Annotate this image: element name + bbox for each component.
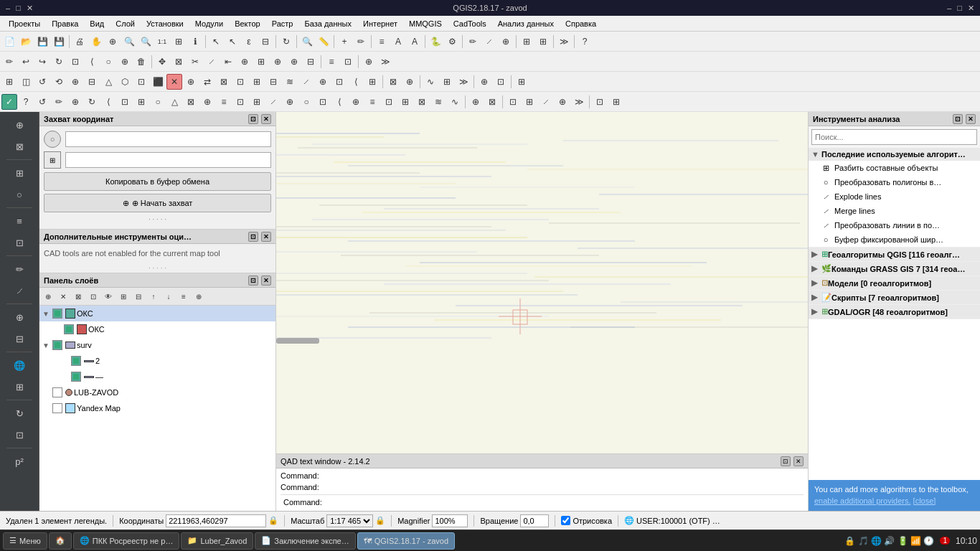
layer-check-surv-dash[interactable] (71, 372, 81, 382)
menu-analysis[interactable]: Анализ данных (492, 18, 560, 29)
panel-float-button[interactable]: ⊡ (248, 114, 258, 124)
t26-button[interactable]: ⊠ (414, 94, 430, 110)
layers-tb-7[interactable]: ⊟ (131, 289, 146, 303)
zoom-selection-button[interactable]: ⊞ (171, 34, 187, 50)
menu-edit[interactable]: Правка (46, 18, 84, 29)
pan-button[interactable]: ✋ (88, 34, 104, 50)
explode-button[interactable]: ⊞ (253, 54, 269, 70)
qad-float-button[interactable]: ⊡ (781, 456, 791, 466)
delete-button[interactable]: 🗑 (133, 54, 149, 70)
menu-internet[interactable]: Интернет (357, 18, 403, 29)
help-button[interactable]: ? (577, 34, 593, 50)
add-part-button[interactable]: ⊕ (117, 54, 133, 70)
sidebar-btn-6[interactable]: ⊡ (9, 232, 29, 253)
algo-item-explode-lines[interactable]: ⟋ Explode lines (809, 189, 980, 204)
algo-section-gdal-header[interactable]: ▶ ⊞ GDAL/OGR [48 геоалгоритмов] (809, 305, 980, 319)
layers-filter-button[interactable]: ⊡ (86, 289, 100, 303)
t17-button[interactable]: ⟋ (265, 94, 281, 110)
cad11-button[interactable]: ✕ (166, 74, 182, 90)
t34-button[interactable]: ⊕ (555, 94, 570, 110)
add-feature-button[interactable]: + (336, 34, 352, 50)
open-project-button[interactable]: 📂 (18, 34, 34, 50)
cad31-button[interactable]: ⊞ (514, 74, 529, 90)
label-button[interactable]: A (390, 34, 406, 50)
cad3-button[interactable]: ↺ (34, 74, 50, 90)
paste-feature-button[interactable]: ⊕ (286, 54, 302, 70)
t32-button[interactable]: ⊞ (522, 94, 537, 110)
cad24-button[interactable]: ⊠ (385, 74, 401, 90)
zoom-in-button[interactable]: 🔍 (121, 34, 137, 50)
menu-settings[interactable]: Установки (141, 18, 189, 29)
layer-check-surv-group[interactable] (52, 340, 62, 350)
split-feature-button[interactable]: ✂ (187, 54, 203, 70)
undo-button[interactable]: ↩ (18, 54, 34, 70)
algo-section-recent-header[interactable]: ▼ Последние используемые алгорит… (809, 148, 980, 161)
taskbar-doc-button[interactable]: 📄 Заключение экспе… (255, 532, 356, 550)
t36-button[interactable]: ⊡ (592, 94, 608, 110)
scale-select[interactable]: 1:17 465 1:1000 1:5000 1:10000 1:50000 (326, 514, 373, 527)
menu-cadtools[interactable]: CadTools (448, 18, 492, 29)
menu-vector[interactable]: Вектор (229, 18, 266, 29)
title-restore-button[interactable]: □ (957, 4, 962, 13)
cad8-button[interactable]: ⬡ (117, 74, 133, 90)
t10-button[interactable]: ○ (150, 94, 166, 110)
magnifier-input[interactable] (432, 514, 468, 527)
processing-button[interactable]: ⚙ (444, 34, 460, 50)
hint-close-link[interactable]: [close] (913, 496, 936, 505)
rotate-button[interactable]: ↻ (51, 54, 67, 70)
cad6-button[interactable]: ⊟ (84, 74, 100, 90)
select-button[interactable]: ↖ (208, 34, 224, 50)
coord-circle-icon[interactable]: ○ (44, 131, 61, 148)
layers-tb-1[interactable]: ⊕ (41, 289, 55, 303)
cad26-button[interactable]: ∿ (423, 74, 438, 90)
sidebar-btn-8[interactable]: ⟋ (9, 281, 29, 301)
t12-button[interactable]: ⊠ (183, 94, 199, 110)
taskbar-home-button[interactable]: 🏠 (49, 532, 72, 550)
simplify-button[interactable]: ⟨ (84, 54, 100, 70)
sidebar-btn-4[interactable]: ○ (9, 184, 29, 204)
qad-close-button[interactable]: ✕ (793, 456, 804, 466)
move-feature-button[interactable]: ✥ (154, 54, 170, 70)
analysis-close-button[interactable]: ✕ (966, 114, 976, 124)
cad16-button[interactable]: ⊞ (249, 74, 265, 90)
cad-float-button[interactable]: ⊡ (248, 232, 258, 242)
new-project-button[interactable]: 📄 (1, 34, 17, 50)
sidebar-btn-3[interactable]: ⊞ (9, 163, 29, 183)
cad5-button[interactable]: ⊕ (67, 74, 83, 90)
cad22-button[interactable]: ⟨ (348, 74, 364, 90)
title-minimize-button[interactable]: – (947, 4, 951, 13)
t7-button[interactable]: ⟨ (100, 94, 116, 110)
merge-button[interactable]: ⊕ (237, 54, 253, 70)
refresh-button[interactable]: ↻ (278, 34, 294, 50)
cad21-button[interactable]: ⊡ (331, 74, 347, 90)
minimize-button[interactable]: – (6, 4, 10, 13)
t6-button[interactable]: ↻ (84, 94, 100, 110)
fill-ring-button[interactable]: ⊟ (303, 54, 319, 70)
layers-float-button[interactable]: ⊡ (248, 276, 258, 286)
save-project-button[interactable]: 💾 (34, 34, 50, 50)
node-tool-button[interactable]: ⊠ (171, 54, 187, 70)
cad1-button[interactable]: ⊞ (1, 74, 17, 90)
layer-item-surv-group[interactable]: ▼ surv (39, 337, 275, 353)
t4-button[interactable]: ✏ (51, 94, 67, 110)
t3-button[interactable]: ↺ (34, 94, 50, 110)
layer-item-yandex[interactable]: Yandex Map (39, 400, 275, 416)
rotation-input[interactable] (520, 514, 549, 527)
t8-button[interactable]: ⊡ (117, 94, 133, 110)
copy-clipboard-button[interactable]: Копировать в буфер обмена (44, 172, 271, 191)
print-button[interactable]: 🖨 (72, 34, 88, 50)
advanced3-button[interactable]: ⊡ (340, 54, 356, 70)
cad13-button[interactable]: ⇄ (199, 74, 215, 90)
advanced2-button[interactable]: ≡ (324, 54, 339, 70)
t23-button[interactable]: ≡ (364, 94, 380, 110)
layers-close-button[interactable]: ✕ (261, 276, 271, 286)
t35-button[interactable]: ≫ (571, 94, 587, 110)
extra1-button[interactable]: ⊕ (361, 54, 377, 70)
map-canvas[interactable] (276, 112, 808, 453)
taskbar-qgis-button[interactable]: 🗺 QGIS2.18.17 - zavod (357, 532, 455, 550)
t25-button[interactable]: ⊞ (397, 94, 413, 110)
coord-value-input[interactable] (166, 514, 266, 527)
layer-item-lub-zavod[interactable]: LUB-ZAVOD (39, 385, 275, 400)
select-by-form-button[interactable]: ⊟ (258, 34, 273, 50)
t33-button[interactable]: ⟋ (538, 94, 554, 110)
